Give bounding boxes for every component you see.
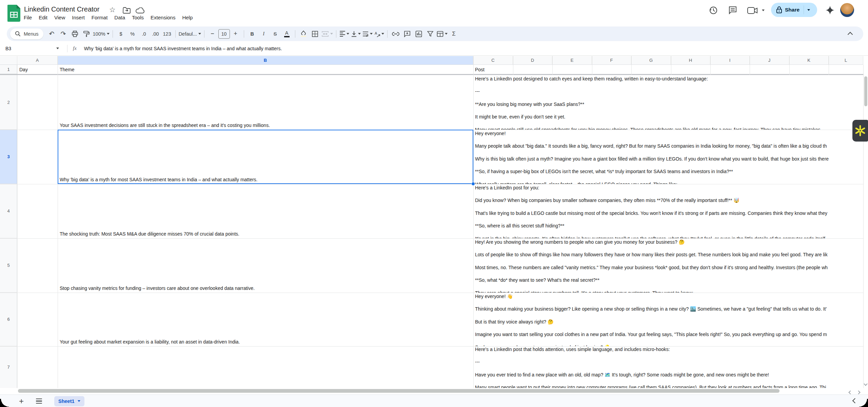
cloud-saved-icon[interactable] (136, 7, 145, 14)
share-dropdown-caret[interactable] (807, 9, 810, 11)
name-box-caret[interactable] (56, 48, 59, 49)
row-header-3[interactable]: 3 (0, 130, 17, 184)
column-header-D[interactable]: D (513, 56, 552, 65)
menu-insert[interactable]: Insert (68, 13, 88, 22)
text-wrap-button[interactable] (362, 29, 373, 39)
cell-C1[interactable]: Post (475, 66, 485, 73)
cell-B2[interactable]: Your SAAS investment decisions are still… (58, 122, 473, 129)
italic-button[interactable]: I (259, 29, 269, 39)
cell-C5[interactable]: Hey! Are you showing the wrong numbers t… (473, 238, 863, 293)
print-button[interactable] (70, 29, 80, 39)
version-history-icon[interactable] (709, 6, 718, 15)
column-header-I[interactable]: I (710, 56, 750, 65)
insert-link-button[interactable] (391, 29, 401, 39)
column-header-F[interactable]: F (592, 56, 631, 65)
menu-data[interactable]: Data (111, 13, 129, 22)
share-button[interactable]: Share (771, 3, 817, 17)
text-rotation-button[interactable]: A (374, 29, 384, 39)
comment-history-icon[interactable] (728, 6, 737, 15)
bold-button[interactable]: B (247, 29, 257, 39)
menu-edit[interactable]: Edit (35, 13, 51, 22)
undo-button[interactable]: ↶ (47, 29, 57, 39)
cell-A1[interactable]: Day (19, 66, 28, 73)
menu-format[interactable]: Format (88, 13, 111, 22)
strikethrough-button[interactable]: S (270, 29, 280, 39)
borders-button[interactable] (310, 29, 320, 39)
menu-extensions[interactable]: Extensions (147, 13, 179, 22)
fill-color-button[interactable] (298, 29, 309, 39)
cell-B5[interactable]: Stop chasing vanity metrics for funding … (58, 284, 473, 292)
font-size-input[interactable]: 10 (218, 29, 230, 39)
account-avatar[interactable] (840, 3, 854, 17)
column-header-E[interactable]: E (552, 56, 592, 65)
name-box[interactable]: B3 (0, 46, 56, 51)
menus-search-button[interactable]: Menus (10, 29, 43, 39)
format-currency-button[interactable]: $ (116, 29, 126, 39)
cell-C4[interactable]: Here's a LinkedIn post for you: Did you … (473, 184, 863, 238)
format-percent-button[interactable]: % (127, 29, 138, 39)
insert-comment-button[interactable] (402, 29, 412, 39)
row-header-1[interactable]: 1 (0, 65, 17, 74)
vertical-align-button[interactable] (351, 29, 361, 39)
table-tools-button[interactable] (437, 29, 448, 39)
menu-file[interactable]: File (20, 13, 35, 22)
column-header-C[interactable]: C (473, 56, 513, 65)
horizontal-scrollbar-thumb[interactable] (18, 389, 780, 393)
number-format-button[interactable]: 123 (162, 29, 172, 39)
sheets-logo-icon[interactable] (7, 5, 20, 22)
horizontal-align-button[interactable] (339, 29, 350, 39)
row-header-6[interactable]: 6 (0, 293, 17, 346)
zoom-control[interactable]: 100% (93, 29, 110, 39)
increase-decimal-button[interactable]: .00 (151, 29, 161, 39)
extension-overlay-badge[interactable] (852, 120, 868, 142)
fill-handle[interactable] (471, 182, 475, 186)
sheet-tab-menu-caret[interactable] (78, 400, 80, 402)
column-header-B[interactable]: B (58, 56, 473, 65)
insert-chart-button[interactable] (414, 29, 424, 39)
cell-C6[interactable]: Hey everyone! 👋 Thinking about making yo… (473, 293, 863, 346)
gemini-sparkle-icon[interactable] (825, 5, 835, 15)
functions-button[interactable]: Σ (449, 29, 459, 39)
row-header-5[interactable]: 5 (0, 238, 17, 293)
column-header-J[interactable]: J (750, 56, 789, 65)
vertical-scrollbar[interactable] (863, 65, 868, 388)
add-sheet-button[interactable]: + (19, 396, 24, 406)
sheet-tab-active[interactable]: Sheet1 (54, 396, 84, 406)
column-header-K[interactable]: K (789, 56, 829, 65)
collapse-side-panel-button[interactable] (853, 398, 857, 404)
row-header-7[interactable]: 7 (0, 346, 17, 388)
column-header-G[interactable]: G (631, 56, 671, 65)
cell-B6[interactable]: Your gut feeling about market expansion … (58, 338, 473, 346)
hide-menus-button[interactable] (845, 29, 855, 39)
star-icon[interactable]: ☆ (109, 6, 116, 14)
select-all-corner[interactable] (0, 56, 17, 65)
column-header-H[interactable]: H (671, 56, 710, 65)
document-title[interactable]: Linkedin Content Creator (24, 5, 99, 13)
menu-view[interactable]: View (51, 13, 68, 22)
cell-B4[interactable]: The shocking truth: Most SAAS M&A due di… (58, 230, 473, 238)
menu-help[interactable]: Help (179, 13, 196, 22)
row-header-4[interactable]: 4 (0, 184, 17, 238)
menu-tools[interactable]: Tools (129, 13, 147, 22)
column-header-L[interactable]: L (829, 56, 863, 65)
move-folder-icon[interactable] (123, 7, 131, 14)
text-color-button[interactable]: A (282, 29, 292, 39)
scroll-down-arrow[interactable] (864, 381, 867, 387)
meet-video-icon[interactable] (747, 7, 758, 14)
meet-dropdown-caret[interactable] (762, 10, 765, 11)
font-family-select[interactable]: Defaul... (179, 29, 201, 39)
decrease-font-size-button[interactable]: − (208, 29, 218, 39)
paint-format-button[interactable] (81, 29, 92, 39)
selected-cell-B3[interactable] (58, 130, 473, 184)
row-header-2[interactable]: 2 (0, 75, 17, 130)
cell-B1[interactable]: Theme (60, 66, 75, 73)
cell-C7[interactable]: Here's a LinkedIn post that holds attent… (473, 346, 863, 388)
cell-C2[interactable]: Here's a LinkedIn post designed to catch… (473, 75, 863, 130)
redo-button[interactable]: ↷ (58, 29, 68, 39)
spreadsheet-grid[interactable]: A B C D E F G H I J K L 1 2 3 4 5 6 7 (0, 56, 868, 388)
create-filter-button[interactable] (425, 29, 435, 39)
vertical-scrollbar-thumb[interactable] (864, 76, 867, 106)
all-sheets-button[interactable] (36, 399, 42, 404)
merge-cells-button[interactable] (321, 29, 333, 39)
cell-C3[interactable]: Hey everyone! Many people talk about "bi… (473, 130, 863, 184)
